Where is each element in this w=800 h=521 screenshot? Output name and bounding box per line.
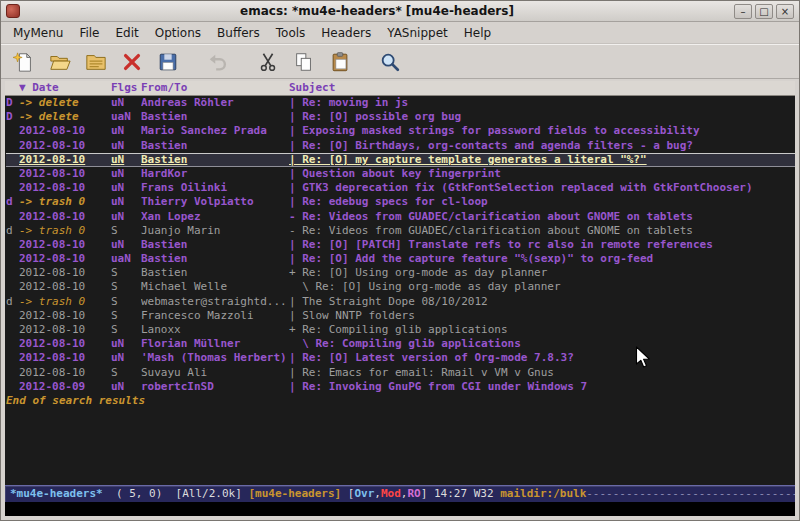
message-row[interactable]: d-> trash 0SJuanjo Marin- Re: Videos fro…	[6, 224, 795, 238]
message-row[interactable]: 2012-08-10uaNBastien| Re: [O] Add the ca…	[6, 252, 795, 266]
from-cell: Andreas Röhler	[141, 96, 289, 110]
message-row[interactable]: 2012-08-09uNrobertcInSD| Re: Invoking Gn…	[6, 380, 795, 394]
menu-help[interactable]: Help	[456, 24, 499, 42]
message-row[interactable]: D-> deleteuNAndreas Röhler| Re: moving i…	[6, 96, 795, 110]
close-button[interactable]: ×	[776, 4, 794, 19]
flags-cell: uN	[111, 96, 141, 110]
modeline-segment: W32	[474, 487, 501, 500]
modeline-segment: ( 5, 0)	[103, 487, 176, 500]
message-row[interactable]: 2012-08-10SMichael Welle \ Re: [O] Using…	[6, 280, 795, 294]
header-line: ▼ Date Flgs From/To Subject	[5, 81, 795, 96]
message-row[interactable]: D-> deleteuaNBastien| Re: [O] possible o…	[6, 110, 795, 124]
from-cell: 'Mash (Thomas Herbert)	[141, 351, 289, 365]
mark-cell	[6, 153, 19, 167]
subject-cell: | GTK3 deprecation fix (GtkFontSelection…	[289, 181, 795, 195]
message-row[interactable]: 2012-08-10SLanoxx+ Re: Compiling glib ap…	[6, 323, 795, 337]
message-row[interactable]: 2012-08-10uNMario Sanchez Prada| Exposin…	[6, 124, 795, 138]
modeline-segment: ,	[374, 487, 381, 500]
paste-button[interactable]	[325, 48, 355, 76]
flags-cell: S	[111, 266, 141, 280]
mark-cell: D	[6, 110, 19, 124]
from-cell: Frans Oilinki	[141, 181, 289, 195]
scissors-icon	[257, 51, 279, 73]
subject-cell: | Re: moving in js	[289, 96, 795, 110]
date-cell: 2012-08-10	[19, 366, 111, 380]
flags-cell: S	[111, 295, 141, 309]
message-row[interactable]: 2012-08-10uNFlorian Müllner \ Re: Compil…	[6, 337, 795, 351]
menu-tools[interactable]: Tools	[268, 24, 314, 42]
message-row[interactable]: 2012-08-10uNFrans Oilinki| GTK3 deprecat…	[6, 181, 795, 195]
flags-cell: uN	[111, 238, 141, 252]
menu-buffers[interactable]: Buffers	[209, 24, 268, 42]
mark-cell: d	[6, 295, 19, 309]
date-cell: 2012-08-10	[19, 351, 111, 365]
date-cell: 2012-08-10	[19, 238, 111, 252]
emacs-window: emacs: *mu4e-headers* [mu4e-headers] – □…	[0, 0, 800, 521]
modeline-segment: RO	[407, 487, 420, 500]
toolbar	[1, 44, 799, 79]
menu-file[interactable]: File	[71, 24, 107, 42]
message-row[interactable]: 2012-08-10SFrancesco Mazzoli| Slow NNTP …	[6, 309, 795, 323]
from-cell: Bastien	[141, 252, 289, 266]
open-file-button[interactable]	[45, 48, 75, 76]
copy-button[interactable]	[289, 48, 319, 76]
header-from[interactable]: From/To	[141, 81, 289, 95]
cut-button[interactable]	[253, 48, 283, 76]
undo-button[interactable]	[203, 48, 233, 76]
flags-cell: S	[111, 323, 141, 337]
message-row[interactable]: 2012-08-10uNXan Lopez- Re: Videos from G…	[6, 210, 795, 224]
maximize-button[interactable]: □	[755, 4, 773, 19]
date-cell: 2012-08-10	[19, 210, 111, 224]
date-cell: 2012-08-10	[19, 266, 111, 280]
menu-headers[interactable]: Headers	[313, 24, 379, 42]
header-flags[interactable]: Flgs	[111, 81, 141, 95]
menu-edit[interactable]: Edit	[108, 24, 147, 42]
date-cell: 2012-08-10	[19, 323, 111, 337]
modeline-segment: ]	[421, 487, 434, 500]
directory-button[interactable]	[81, 48, 111, 76]
message-row[interactable]: d-> trash 0uNThierry Volpiatto| Re: edeb…	[6, 195, 795, 209]
modeline-segment: Mod	[381, 487, 401, 500]
message-row[interactable]: 2012-08-10SBastien+ Re: [O] Using org-mo…	[6, 266, 795, 280]
mark-cell	[6, 266, 19, 280]
copy-icon	[293, 51, 315, 73]
save-button[interactable]	[153, 48, 183, 76]
mark-cell	[6, 280, 19, 294]
message-row[interactable]: 2012-08-10SSuvayu Ali| Re: Emacs for ema…	[6, 366, 795, 380]
subject-cell: + Re: Compiling glib applications	[289, 323, 795, 337]
message-row[interactable]: 2012-08-10uNBastien| Re: [O] my capture …	[6, 153, 795, 167]
header-date[interactable]: ▼ Date	[19, 81, 111, 95]
subject-cell: | Re: [O] Birthdays, org-contacts and ag…	[289, 139, 795, 153]
mark-cell	[6, 366, 19, 380]
new-file-button[interactable]	[9, 48, 39, 76]
flags-cell: uN	[111, 351, 141, 365]
kill-buffer-button[interactable]	[117, 48, 147, 76]
echo-area[interactable]	[5, 502, 795, 516]
message-row[interactable]: 2012-08-10uN'Mash (Thomas Herbert)| Re: …	[6, 351, 795, 365]
message-row[interactable]: 2012-08-10uNBastien| Re: [O] Birthdays, …	[6, 139, 795, 153]
subject-cell: | Re: [O] [PATCH] Translate refs to rc a…	[289, 238, 795, 252]
mark-cell	[6, 210, 19, 224]
mark-cell: D	[6, 96, 19, 110]
minimize-button[interactable]: –	[734, 4, 752, 19]
flags-cell: S	[111, 309, 141, 323]
subject-cell: | Re: [O] Add the capture feature "%(sex…	[289, 252, 795, 266]
subject-cell: | Re: [O] my capture template generates …	[289, 153, 795, 167]
menu-yasnippet[interactable]: YASnippet	[379, 24, 456, 42]
from-cell: Suvayu Ali	[141, 366, 289, 380]
message-row[interactable]: 2012-08-10uNBastien| Re: [O] [PATCH] Tra…	[6, 238, 795, 252]
undo-arrow-icon	[207, 51, 229, 73]
from-cell: Florian Müllner	[141, 337, 289, 351]
window-icon[interactable]	[6, 4, 20, 18]
menu-mymenu[interactable]: MyMenu	[5, 24, 71, 42]
date-cell: 2012-08-10	[19, 139, 111, 153]
header-subject[interactable]: Subject	[289, 81, 795, 95]
menu-options[interactable]: Options	[147, 24, 209, 42]
search-button[interactable]	[375, 48, 405, 76]
clipboard-icon	[329, 51, 351, 73]
message-row[interactable]: d-> trash 0Swebmaster@straightd...| The …	[6, 295, 795, 309]
message-row[interactable]: 2012-08-10uNHardKor| Question about key …	[6, 167, 795, 181]
from-cell: Bastien	[141, 139, 289, 153]
date-cell: 2012-08-10	[19, 309, 111, 323]
date-cell: 2012-08-10	[19, 153, 111, 167]
